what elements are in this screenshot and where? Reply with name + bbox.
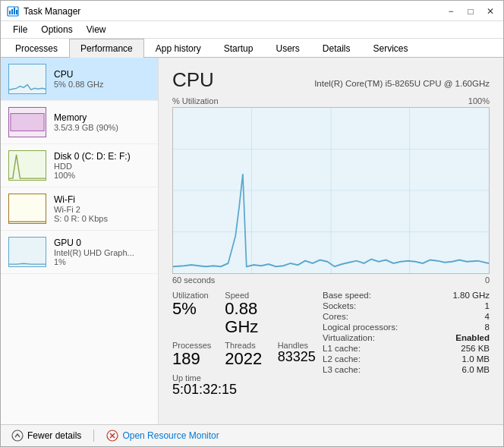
- resource-monitor-label: Open Resource Monitor: [122, 430, 219, 441]
- threads-value: 2022: [225, 350, 269, 368]
- disk-info: Disk 0 (C: D: E: F:) HDD 100%: [54, 151, 150, 180]
- speed-block: Speed 0.88 GHz: [225, 291, 269, 336]
- sidebar-item-disk[interactable]: Disk 0 (C: D: E: F:) HDD 100%: [1, 144, 158, 187]
- menu-bar: File Options View: [1, 21, 503, 39]
- footer: Fewer details Open Resource Monitor: [1, 424, 503, 446]
- chart-svg: [173, 108, 489, 273]
- memory-thumbnail: [8, 107, 46, 137]
- empty-block: [278, 291, 323, 336]
- time-labels: 60 seconds 0: [172, 275, 490, 285]
- tab-users[interactable]: Users: [264, 39, 310, 58]
- title-bar: Task Manager − □ ✕: [1, 1, 503, 21]
- virt-val: Enabled: [455, 333, 490, 342]
- wifi-name: Wi-Fi 2: [54, 205, 150, 214]
- memory-info: Memory 3.5/3.9 GB (90%): [54, 112, 150, 132]
- tab-processes[interactable]: Processes: [4, 39, 69, 58]
- menu-options[interactable]: Options: [35, 23, 78, 36]
- chart-labels: % Utilization 100%: [172, 96, 490, 105]
- minimize-button[interactable]: −: [444, 5, 458, 17]
- window-controls: − □ ✕: [444, 5, 497, 17]
- chart-y-label: % Utilization: [172, 96, 219, 105]
- fewer-details-button[interactable]: Fewer details: [11, 430, 81, 442]
- stats-left: Utilization 5% Speed 0.88 GHz Processes …: [172, 291, 323, 397]
- sockets-row: Sockets: 1: [323, 301, 490, 310]
- disk-usage: 100%: [54, 171, 150, 180]
- chart-y-max: 100%: [468, 96, 490, 105]
- svg-rect-3: [14, 8, 15, 14]
- tab-startup[interactable]: Startup: [213, 39, 265, 58]
- close-button[interactable]: ✕: [484, 5, 497, 17]
- l2-val: 1.0 MB: [462, 354, 490, 364]
- l1-row: L1 cache: 256 KB: [323, 344, 490, 353]
- sockets-val: 1: [485, 301, 490, 310]
- tab-details[interactable]: Details: [311, 39, 362, 58]
- chevron-up-icon: [11, 430, 24, 442]
- l2-key: L2 cache:: [323, 354, 361, 364]
- sidebar: CPU 5% 0.88 GHz Memory 3.5/3.9 GB (90%): [1, 58, 159, 424]
- processes-value: 189: [172, 350, 217, 368]
- logical-key: Logical processors:: [323, 323, 398, 332]
- tab-services[interactable]: Services: [362, 39, 420, 58]
- svg-rect-2: [11, 9, 13, 14]
- svg-rect-1: [9, 11, 11, 14]
- sidebar-item-wifi[interactable]: Wi-Fi Wi-Fi 2 S: 0 R: 0 Kbps: [1, 187, 158, 231]
- handles-value: 83325: [278, 350, 323, 365]
- specs-right: Base speed: 1.80 GHz Sockets: 1 Cores: 4…: [323, 291, 490, 397]
- l1-key: L1 cache:: [323, 344, 361, 353]
- processes-block: Processes 189: [172, 341, 217, 368]
- detail-title: CPU: [172, 68, 214, 92]
- resource-monitor-link[interactable]: Open Resource Monitor: [106, 430, 219, 442]
- l1-val: 256 KB: [461, 344, 490, 353]
- wifi-thumbnail: [8, 194, 46, 224]
- l3-row: L3 cache: 6.0 MB: [323, 365, 490, 374]
- virt-key: Virtualization:: [323, 333, 375, 342]
- sidebar-item-memory[interactable]: Memory 3.5/3.9 GB (90%): [1, 101, 158, 144]
- menu-view[interactable]: View: [80, 23, 112, 36]
- time-left-label: 60 seconds: [172, 275, 215, 285]
- title-bar-left: Task Manager: [7, 5, 80, 17]
- tab-performance[interactable]: Performance: [69, 39, 144, 58]
- tab-bar: Processes Performance App history Startu…: [1, 39, 503, 58]
- utilization-block: Utilization 5%: [172, 291, 217, 336]
- uptime-value: 5:01:32:15: [172, 382, 323, 398]
- detail-panel: CPU Intel(R) Core(TM) i5-8265U CPU @ 1.6…: [159, 58, 503, 424]
- threads-block: Threads 2022: [225, 341, 269, 368]
- gpu-thumbnail: [8, 237, 46, 267]
- l3-val: 6.0 MB: [462, 365, 490, 374]
- cores-key: Cores:: [323, 312, 348, 321]
- cpu-stats: 5% 0.88 GHz: [54, 80, 150, 89]
- gpu-usage: 1%: [54, 257, 150, 266]
- virt-row: Virtualization: Enabled: [323, 333, 490, 342]
- logical-row: Logical processors: 8: [323, 323, 490, 332]
- utilization-value: 5%: [172, 300, 217, 318]
- sidebar-item-gpu[interactable]: GPU 0 Intel(R) UHD Graph... 1%: [1, 231, 158, 274]
- main-content: CPU 5% 0.88 GHz Memory 3.5/3.9 GB (90%): [1, 58, 503, 424]
- task-manager-window: Task Manager − □ ✕ File Options View Pro…: [0, 0, 504, 447]
- memory-title: Memory: [54, 112, 150, 123]
- detail-header: CPU Intel(R) Core(TM) i5-8265U CPU @ 1.6…: [172, 68, 490, 92]
- time-right-label: 0: [485, 275, 490, 285]
- base-speed-val: 1.80 GHz: [452, 291, 490, 300]
- wifi-speed: S: 0 R: 0 Kbps: [54, 214, 150, 223]
- speed-value: 0.88 GHz: [225, 300, 269, 336]
- tab-app-history[interactable]: App history: [144, 39, 213, 58]
- disk-type: HDD: [54, 162, 150, 171]
- sidebar-item-cpu[interactable]: CPU 5% 0.88 GHz: [1, 58, 158, 101]
- app-icon: [7, 5, 19, 17]
- cpu-title: CPU: [54, 69, 150, 80]
- menu-file[interactable]: File: [7, 23, 33, 36]
- svg-rect-4: [16, 10, 17, 14]
- maximize-button[interactable]: □: [464, 5, 477, 17]
- gpu-info: GPU 0 Intel(R) UHD Graph... 1%: [54, 238, 150, 266]
- uptime-label: Up time: [172, 373, 323, 382]
- cpu-chart: [172, 107, 490, 274]
- memory-stats: 3.5/3.9 GB (90%): [54, 123, 150, 132]
- detail-bottom: Utilization 5% Speed 0.88 GHz Processes …: [172, 291, 490, 397]
- fewer-details-label: Fewer details: [27, 430, 81, 441]
- base-speed-row: Base speed: 1.80 GHz: [323, 291, 490, 300]
- l2-row: L2 cache: 1.0 MB: [323, 354, 490, 364]
- disk-title: Disk 0 (C: D: E: F:): [54, 151, 150, 162]
- base-speed-key: Base speed:: [323, 291, 371, 300]
- svg-point-12: [12, 430, 23, 441]
- logical-val: 8: [485, 323, 490, 332]
